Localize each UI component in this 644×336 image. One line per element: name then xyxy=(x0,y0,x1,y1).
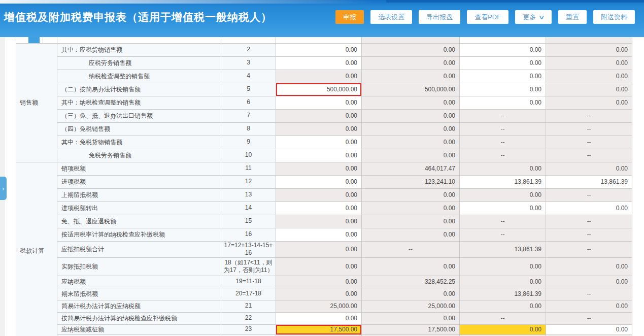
table-row: （二）按简易办法计税销售额5500,000.00500,000.000.000.… xyxy=(16,83,632,96)
value-cell: 0.00 xyxy=(276,288,362,300)
value-cell[interactable]: 0.00 xyxy=(460,43,546,56)
export-disk-button[interactable]: 导出报盘 xyxy=(419,10,460,24)
row-number: 5 xyxy=(221,83,276,96)
value-cell[interactable]: 0.00 xyxy=(276,96,362,109)
table-row: 简易计税办法计算的应纳税额2125,000.0025,000.000.000.0… xyxy=(16,300,632,312)
value-cell: -- xyxy=(460,312,546,324)
value-cell[interactable]: 0.00 xyxy=(276,201,362,215)
row-label: 应纳税额 xyxy=(57,276,221,288)
row-number: 17=12+13-14-15+16 xyxy=(221,241,276,257)
row-label: 按适用税率计算的纳税检查应补缴税额 xyxy=(57,228,221,241)
value-cell: -- xyxy=(546,109,632,122)
row-label: 其中：免税货物销售额 xyxy=(57,136,221,149)
header-toolbar: 申报 选表设置 导出报盘 查看PDF 更多 ∨ 重置 附送资料 xyxy=(335,10,635,24)
value-cell[interactable]: 0.00 xyxy=(460,96,546,109)
attachments-button[interactable]: 附送资料 xyxy=(593,10,635,24)
value-cell: 0.00 xyxy=(362,215,460,228)
row-label: 进项税额转出 xyxy=(57,201,221,215)
row-number: 18（如17<11，则为17，否则为11） xyxy=(221,257,276,276)
table-row: （三）免、抵、退办法出口销售额70.000.00---- xyxy=(16,109,632,122)
row-number: 23 xyxy=(221,324,276,334)
row-number: 8 xyxy=(221,122,276,136)
table-row: 进项税额120.00123,241.1013,861.3913,861.39 xyxy=(16,175,632,188)
value-cell[interactable]: 17,500.00 xyxy=(276,324,362,334)
value-cell: 0.00 xyxy=(276,70,362,83)
table-row: 上期留抵税额130.000.000.00-- xyxy=(16,188,632,201)
value-cell: 0.00 xyxy=(276,188,362,201)
value-cell: 0.00 xyxy=(362,201,460,215)
row-label: 其中：纳税检查调整的销售额 xyxy=(57,96,221,109)
table-row: 按适用税率计算的纳税检查应补缴税额160.000.00---- xyxy=(16,228,632,241)
row-number: 9 xyxy=(221,136,276,149)
value-cell[interactable]: 0.00 xyxy=(460,201,546,215)
table-row: 应抵扣税额合计17=12+13-14-15+160.00--13,861.39-… xyxy=(16,241,632,257)
table-row: 其中：纳税检查调整的销售额60.000.000.000.00 xyxy=(16,96,632,109)
value-cell[interactable]: 0.00 xyxy=(276,149,362,162)
value-cell: -- xyxy=(546,122,632,136)
chevron-right-icon: › xyxy=(2,185,4,192)
row-label: 简易计税办法计算的应纳税额 xyxy=(57,300,221,312)
declare-button[interactable]: 申报 xyxy=(335,10,364,24)
value-cell: -- xyxy=(362,241,460,257)
value-cell: 0.00 xyxy=(276,215,362,228)
row-label: 纳税检查调整的销售额 xyxy=(57,70,221,83)
value-cell[interactable]: 13,861.39 xyxy=(460,175,546,188)
value-cell: -- xyxy=(460,109,546,122)
value-cell[interactable]: 0.00 xyxy=(460,56,546,70)
view-pdf-button[interactable]: 查看PDF xyxy=(467,10,509,24)
value-cell[interactable]: 0.00 xyxy=(546,201,632,215)
value-cell: 0.00 xyxy=(460,162,546,175)
row-number: 2 xyxy=(221,43,276,56)
more-button-label: 更多 xyxy=(523,13,536,22)
row-number: 22 xyxy=(221,312,276,324)
value-cell: -- xyxy=(460,228,546,241)
reset-button[interactable]: 重置 xyxy=(558,10,587,24)
value-cell: 0.00 xyxy=(546,43,632,56)
value-cell[interactable]: 0.00 xyxy=(460,70,546,83)
more-button[interactable]: 更多 ∨ xyxy=(515,10,552,24)
value-cell[interactable]: 0.00 xyxy=(276,175,362,188)
value-cell: 0.00 xyxy=(362,257,460,276)
row-number: 10 xyxy=(221,149,276,162)
value-cell: 0.00 xyxy=(546,257,632,276)
value-cell[interactable]: 0.00 xyxy=(276,56,362,70)
category-sales: 销售额 xyxy=(16,43,57,162)
row-number: 7 xyxy=(221,109,276,122)
row-label: 进项税额 xyxy=(57,175,221,188)
value-cell[interactable]: 0.00 xyxy=(276,43,362,56)
value-cell: 328,452.25 xyxy=(362,276,460,288)
row-label: 免税劳务销售额 xyxy=(57,149,221,162)
value-cell: -- xyxy=(546,215,632,228)
value-cell: -- xyxy=(546,312,632,324)
sidebar-expand-tab[interactable]: › xyxy=(0,177,7,200)
value-cell: 500,000.00 xyxy=(362,83,460,96)
value-cell: -- xyxy=(546,136,632,149)
value-cell: 0.00 xyxy=(460,257,546,276)
value-cell: 0.00 xyxy=(362,288,460,300)
value-cell[interactable]: 500,000.00 xyxy=(276,83,362,96)
value-cell[interactable]: 0.00 xyxy=(276,228,362,241)
value-cell: 25,000.00 xyxy=(276,300,362,312)
row-label: 期末留抵税额 xyxy=(57,288,221,300)
app-header: 增值税及附加税费申报表（适用于增值税一般纳税人） 申报 选表设置 导出报盘 查看… xyxy=(0,0,644,37)
value-cell: 0.00 xyxy=(362,188,460,201)
value-cell[interactable]: 0.00 xyxy=(276,136,362,149)
value-cell: 0.00 xyxy=(276,109,362,122)
table-row: 应纳税额减征额2317,500.0017,500.000.000.00 xyxy=(16,324,632,334)
table-row: 应税劳务销售额30.000.000.000.00 xyxy=(16,56,632,70)
row-number: 3 xyxy=(221,56,276,70)
table-row: 税款计算销项税额110.00464,017.470.000.00 xyxy=(16,162,632,175)
value-cell: 0.00 xyxy=(362,70,460,83)
table-row: 实际抵扣税额18（如17<11，则为17，否则为11）0.000.000.000… xyxy=(16,257,632,276)
value-cell[interactable]: 13,861.39 xyxy=(546,175,632,188)
value-cell: 0.00 xyxy=(546,70,632,83)
value-cell[interactable]: 0.00 xyxy=(460,83,546,96)
form-settings-button[interactable]: 选表设置 xyxy=(370,10,412,24)
clipped-category-cell xyxy=(16,37,57,43)
value-cell[interactable]: 0.00 xyxy=(460,324,546,334)
value-cell[interactable]: 0.00 xyxy=(546,324,632,334)
value-cell[interactable]: 0.00 xyxy=(276,312,362,324)
vat-declaration-table: 销售额其中：应税货物销售额20.000.000.000.00应税劳务销售额30.… xyxy=(16,37,632,336)
table-row: 免税劳务销售额100.000.00---- xyxy=(16,149,632,162)
value-cell: 0.00 xyxy=(276,257,362,276)
